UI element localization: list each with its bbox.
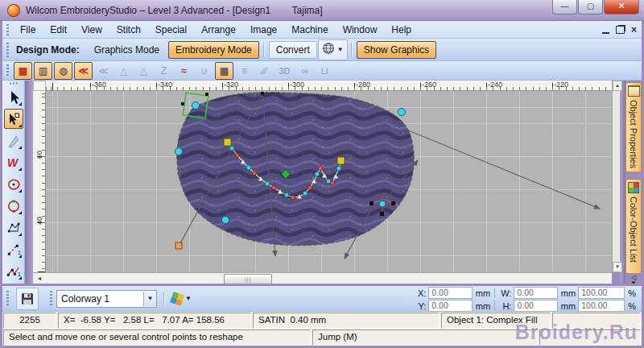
graphics-mode-button[interactable]: Graphics Mode bbox=[87, 41, 167, 59]
colorway-palette-button[interactable]: ▼ bbox=[171, 293, 192, 304]
current-stitch: Jump (M) bbox=[312, 329, 538, 346]
menu-image[interactable]: Image bbox=[243, 21, 284, 39]
pointer-position: X= -6.58 Y= 2.58 L= 7.07 A= 158.56 bbox=[58, 313, 251, 329]
palette-icon bbox=[170, 292, 184, 306]
embroidery-mode-button[interactable]: Embroidery Mode bbox=[168, 41, 259, 59]
y-field[interactable]: 0.00 bbox=[428, 300, 472, 312]
show-graphics-button[interactable]: Show Graphics bbox=[357, 41, 436, 59]
menubar-grip[interactable] bbox=[6, 23, 9, 35]
palette-grip[interactable] bbox=[9, 82, 19, 85]
scale-x-field[interactable]: 100.00 bbox=[578, 287, 625, 299]
menu-help[interactable]: Help bbox=[384, 21, 419, 39]
complex-fill-tool[interactable] bbox=[4, 174, 23, 194]
threed-effect-icon: 3D bbox=[275, 62, 294, 80]
mdi-close-icon[interactable]: × bbox=[631, 25, 637, 35]
chain-node[interactable] bbox=[284, 193, 289, 197]
toolbar-grip[interactable] bbox=[6, 64, 9, 77]
design-mode-label: Design Mode: bbox=[16, 44, 80, 56]
combo-dropdown-icon[interactable]: ▼ bbox=[143, 292, 156, 306]
design-canvas[interactable] bbox=[46, 91, 612, 272]
wave-stitch-icon[interactable]: ≈ bbox=[175, 62, 193, 80]
embroidery-design[interactable] bbox=[46, 91, 612, 272]
globe-icon bbox=[322, 42, 335, 58]
menu-view[interactable]: View bbox=[74, 21, 109, 39]
ruler-origin-button[interactable] bbox=[33, 81, 46, 91]
chain-node[interactable] bbox=[265, 181, 270, 186]
polygon-reshape-tool[interactable] bbox=[4, 218, 23, 238]
lettering-tool[interactable]: W bbox=[4, 152, 23, 172]
embroidery-object-outline[interactable] bbox=[177, 93, 415, 246]
circle-tool[interactable] bbox=[4, 196, 23, 216]
save-design-button[interactable] bbox=[16, 288, 39, 310]
hoop-globe-button[interactable]: ▼ bbox=[318, 39, 348, 60]
polyline-tool[interactable]: 1 bbox=[4, 261, 23, 281]
color-object-list-icon bbox=[628, 182, 639, 193]
tab-color-object-list[interactable]: Color-Object List bbox=[625, 179, 642, 274]
knife-tool[interactable] bbox=[4, 130, 23, 151]
mdi-minimize-icon[interactable] bbox=[602, 32, 609, 34]
fill-stitch-icon[interactable]: ▦ bbox=[14, 62, 32, 80]
convert-button[interactable]: Convert bbox=[269, 41, 317, 59]
fancy-fill-b-icon: △ bbox=[134, 62, 153, 80]
chain-node[interactable] bbox=[315, 172, 320, 176]
menu-file[interactable]: File bbox=[13, 21, 43, 39]
mdi-restore-icon[interactable] bbox=[616, 26, 625, 34]
pattern-fill-icon[interactable]: ▦ bbox=[215, 62, 233, 80]
app-flame-icon bbox=[7, 4, 20, 17]
chain-node[interactable] bbox=[303, 191, 308, 196]
select-tool[interactable] bbox=[4, 87, 23, 107]
motif-fill-icon[interactable]: ◍ bbox=[54, 62, 72, 80]
menu-machine[interactable]: Machine bbox=[284, 21, 335, 39]
restore-button[interactable]: ▢ bbox=[578, 0, 603, 14]
menu-arrange[interactable]: Arrange bbox=[194, 21, 243, 39]
window-title: Wilcom EmbroideryStudio – Level 3 Advanc… bbox=[26, 0, 323, 21]
application-window: Wilcom EmbroideryStudio – Level 3 Advanc… bbox=[0, 0, 644, 348]
chain-node[interactable] bbox=[336, 166, 341, 171]
menu-bar: File Edit View Stitch Special Arrange Im… bbox=[2, 21, 642, 39]
toolbar-grip[interactable] bbox=[6, 42, 9, 57]
scroll-up-icon[interactable]: ▲ bbox=[613, 81, 622, 91]
u-stitch-icon: ∪ bbox=[195, 62, 213, 80]
mdi-frame-left bbox=[25, 81, 33, 284]
tab-object-properties[interactable]: Object Properties bbox=[625, 82, 642, 172]
reshape-tool[interactable] bbox=[4, 109, 23, 129]
skew-stitch-icon: Z bbox=[155, 62, 173, 80]
minimize-button[interactable]: — bbox=[552, 0, 577, 14]
menu-window[interactable]: Window bbox=[336, 21, 385, 39]
zigzag-stitch-icon[interactable]: ≪ bbox=[74, 62, 93, 80]
vertical-scrollbar[interactable]: ▲ ▼ bbox=[612, 81, 620, 272]
chain-node[interactable] bbox=[229, 146, 234, 151]
hatch-icon: ∕∕∕ bbox=[255, 62, 274, 80]
horizontal-scrollbar[interactable]: ◄ ||| bbox=[33, 272, 612, 284]
menu-edit[interactable]: Edit bbox=[43, 21, 74, 39]
object-properties-icon bbox=[628, 85, 640, 97]
toolbar-grip[interactable] bbox=[6, 290, 9, 308]
horizontal-ruler: -360 -340 -320 -300 -280 -260 -240 -220 bbox=[46, 81, 612, 91]
x-field[interactable]: 0.00 bbox=[428, 287, 472, 299]
close-button[interactable]: ✕ bbox=[604, 0, 639, 14]
menu-stitch[interactable]: Stitch bbox=[109, 21, 148, 39]
toolbar-grip[interactable] bbox=[50, 290, 52, 308]
status-hint: Select and move one or several control p… bbox=[3, 329, 311, 346]
title-bar[interactable]: Wilcom EmbroideryStudio – Level 3 Advanc… bbox=[0, 0, 644, 21]
design-mode-toolbar: Design Mode: Graphics Mode Embroidery Mo… bbox=[2, 39, 642, 61]
scroll-down-icon[interactable]: ▼ bbox=[613, 262, 622, 272]
w-field[interactable]: 0.00 bbox=[514, 287, 557, 299]
watermark: Broidery.Ru bbox=[515, 321, 638, 344]
tatami-fill-icon[interactable]: ▥ bbox=[34, 62, 52, 80]
scale-y-field[interactable]: 100.00 bbox=[578, 300, 625, 312]
chain-node[interactable] bbox=[246, 165, 251, 170]
scroll-left-icon[interactable]: ◄ bbox=[35, 274, 44, 284]
globe-dropdown-arrow[interactable]: ▼ bbox=[337, 46, 344, 53]
separator bbox=[263, 43, 265, 57]
line-tool[interactable]: 1 bbox=[4, 239, 23, 259]
stitch-lines-icon: ≡ bbox=[235, 62, 254, 80]
floppy-disk-icon bbox=[21, 292, 34, 305]
h-field[interactable]: 0.00 bbox=[514, 300, 557, 312]
stitch-count: 2255 bbox=[3, 313, 56, 329]
menu-special[interactable]: Special bbox=[148, 21, 194, 39]
glasses-view-icon: ∞ bbox=[295, 62, 314, 80]
colorway-select[interactable]: Colorway 1 ▼ bbox=[56, 290, 157, 308]
tool-palette: W 1 1 bbox=[2, 81, 25, 284]
palette-dropdown-arrow[interactable]: ▼ bbox=[185, 295, 192, 302]
